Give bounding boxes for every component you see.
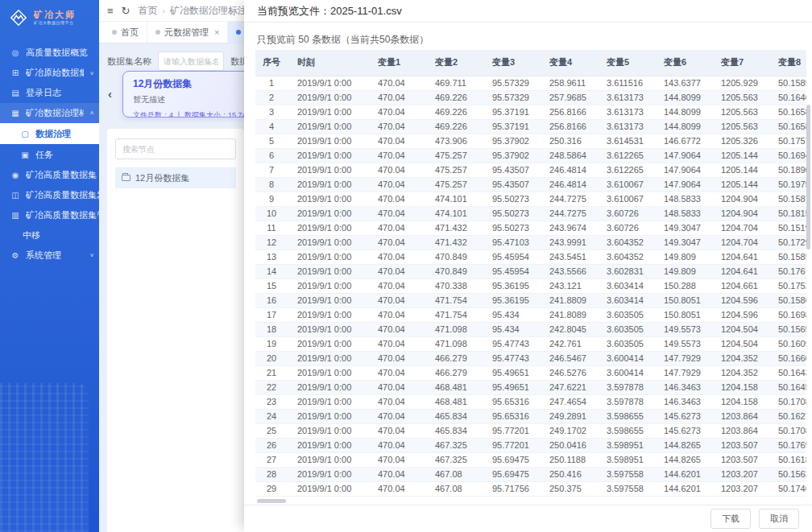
table-cell: 95.69475	[483, 452, 540, 467]
table-cell: 50.176	[768, 264, 806, 278]
tab-首页[interactable]: 首页	[104, 22, 147, 43]
table-cell: 20	[255, 351, 288, 365]
table-cell: 473.906	[425, 134, 483, 148]
table-cell: 3.597878	[597, 380, 654, 394]
table-cell: 50.17693	[768, 438, 806, 452]
table-cell: 144.6201	[654, 467, 711, 481]
table-row: 182019/9/1 0:00470.04471.09895.434242.80…	[255, 322, 806, 336]
table-cell: 95.49651	[483, 365, 540, 380]
table-cell: 95.43507	[483, 177, 540, 192]
download-button[interactable]: 下载	[710, 509, 751, 529]
table-cell: 1204.504	[711, 322, 768, 336]
dataset-name-input[interactable]	[158, 52, 224, 71]
column-header-变量4: 变量4	[540, 50, 597, 76]
sidebar-item-label: 中移	[23, 229, 40, 241]
collapse-menu-icon[interactable]: ≡	[107, 6, 114, 16]
cancel-button[interactable]: 取消	[759, 509, 799, 529]
table-cell: 2019/9/1 0:00	[288, 336, 368, 351]
sidebar-item-数据治理[interactable]: ▢数据治理	[0, 123, 99, 144]
table-row: 222019/9/1 0:00470.04468.48195.49651247.…	[255, 380, 806, 394]
preview-table-wrap: 序号时刻变量1变量2变量3变量4变量5变量6变量7变量8 12019/9/1 0…	[255, 50, 806, 497]
table-row: 212019/9/1 0:00470.04466.27995.49651246.…	[255, 365, 806, 380]
table-cell: 466.279	[425, 351, 483, 365]
table-cell: 471.754	[425, 293, 483, 307]
table-cell: 470.04	[368, 119, 425, 134]
table-cell: 144.6201	[654, 481, 711, 496]
tab-status-dot	[155, 30, 160, 35]
table-row: 202019/9/1 0:00470.04466.27995.47743246.…	[255, 351, 806, 365]
table-cell: 1203.864	[711, 409, 768, 423]
table-cell: 5	[255, 134, 288, 148]
table-cell: 13	[255, 250, 288, 264]
table-row: 192019/9/1 0:00470.04471.09895.47743242.…	[255, 336, 806, 351]
sidebar-item-矿冶高质量数据集发布[interactable]: ◫矿冶高质量数据集发布	[0, 185, 99, 205]
sidebar-item-label: 登录日志	[26, 87, 61, 99]
panel-collapse-icon[interactable]: ‹	[108, 87, 112, 101]
sidebar-item-label: 矿冶原始数据集成	[26, 67, 84, 79]
table-cell: 144.8265	[654, 452, 711, 467]
sidebar-item-任务[interactable]: ▣任务	[0, 144, 99, 165]
table-cell: 24	[255, 409, 288, 423]
breadcrumb-item[interactable]: 矿冶数据治理标注	[170, 4, 247, 18]
table-cell: 470.04	[368, 394, 425, 409]
table-cell: 149.3047	[654, 221, 711, 235]
refresh-icon[interactable]: ↻	[122, 6, 130, 16]
table-row: 12019/9/1 0:00470.04469.71195.57329258.9…	[255, 76, 806, 90]
vertical-scrollbar[interactable]	[806, 105, 810, 250]
table-cell: 149.809	[654, 264, 711, 278]
table-cell: 470.04	[368, 423, 425, 438]
sidebar-item-矿冶高质量数据集[interactable]: ◉矿冶高质量数据集	[0, 165, 99, 185]
column-header-时刻: 时刻	[288, 50, 368, 76]
table-cell: 147.9064	[654, 163, 711, 177]
table-cell: 8	[255, 177, 288, 192]
table-cell: 250.375	[540, 481, 597, 496]
table-cell: 28	[255, 467, 288, 481]
table-cell: 3.600414	[597, 351, 654, 365]
table-cell: 471.098	[425, 322, 483, 336]
tab-close-icon[interactable]: ×	[214, 27, 219, 37]
table-cell: 470.04	[368, 322, 425, 336]
table-cell: 467.325	[425, 438, 483, 452]
table-cell: 50.1708	[768, 423, 806, 438]
table-cell: 95.45954	[483, 250, 540, 264]
tree-node-dataset[interactable]: 12月份数据集	[115, 167, 236, 188]
table-cell: 468.481	[425, 380, 483, 394]
table-cell: 2019/9/1 0:00	[288, 105, 368, 119]
sidebar-item-矿冶原始数据集成[interactable]: ⊞矿冶原始数据集成∨	[0, 63, 99, 83]
table-cell: 1204.704	[711, 221, 768, 235]
table-cell: 3.613173	[597, 90, 654, 105]
tab-元数据管理[interactable]: 元数据管理×	[147, 22, 228, 43]
tab-status-dot	[112, 30, 117, 35]
sidebar-item-系统管理[interactable]: ⚙系统管理∨	[0, 245, 99, 266]
table-cell: 250.316	[540, 134, 597, 148]
tree-search-input[interactable]	[115, 138, 236, 159]
breadcrumb-item[interactable]: 首页	[139, 4, 158, 18]
table-row: 72019/9/1 0:00470.04475.25795.43507246.4…	[255, 163, 806, 177]
table-cell: 1204.158	[711, 394, 768, 409]
table-cell: 475.257	[425, 163, 483, 177]
table-cell: 95.43507	[483, 163, 540, 177]
dataset-card[interactable]: 12月份数据集 暂无描述 文件总数：4 丨 数据集大小：15.74 MB 丨 数	[122, 71, 255, 118]
table-cell: 244.7275	[540, 192, 597, 206]
sidebar-item-中移[interactable]: 中移	[0, 225, 99, 245]
table-row: 252019/9/1 0:00470.04465.83495.77201249.…	[255, 423, 806, 438]
sidebar-item-高质量数据概览[interactable]: ◎高质量数据概览	[0, 43, 99, 63]
table-cell: 470.849	[425, 250, 483, 264]
sidebar-item-登录日志[interactable]: ▤登录日志	[0, 83, 99, 103]
table-cell: 145.6273	[654, 409, 711, 423]
sidebar-item-label: 任务	[35, 149, 53, 161]
table-cell: 95.50273	[483, 221, 540, 235]
dataset-card-stats: 文件总数：4 丨 数据集大小：15.74 MB 丨 数	[133, 110, 255, 118]
table-cell: 50.15857	[768, 76, 806, 90]
sidebar-item-矿冶高质量数据集管理[interactable]: ▥矿冶高质量数据集管理	[0, 205, 99, 225]
table-cell: 469.226	[425, 119, 483, 134]
table-cell: 246.4814	[540, 177, 597, 192]
table-cell: 95.65316	[483, 394, 540, 409]
table-cell: 149.809	[654, 250, 711, 264]
sidebar-item-矿冶数据治理标注[interactable]: ▦矿冶数据治理标注∧	[0, 103, 99, 123]
table-cell: 95.37191	[483, 105, 540, 119]
table-cell: 242.8045	[540, 322, 597, 336]
table-cell: 250.416	[540, 467, 597, 481]
table-cell: 470.04	[368, 76, 425, 90]
horizontal-scrollbar[interactable]	[257, 499, 286, 503]
